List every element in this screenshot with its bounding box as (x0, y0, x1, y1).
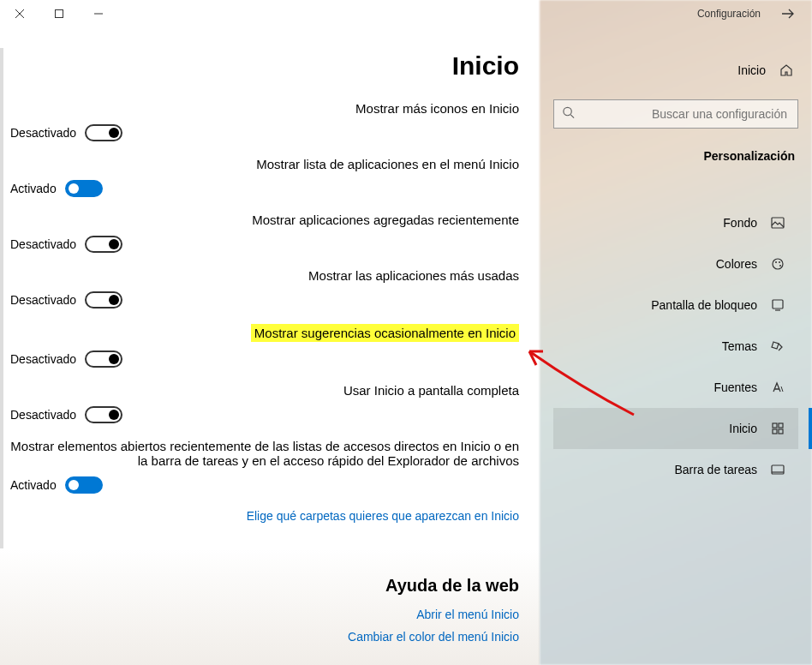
svg-point-5 (779, 261, 780, 263)
close-button[interactable] (0, 0, 39, 27)
home-icon (778, 63, 795, 77)
setting-label: Mostrar lista de aplicaciones en el menú… (10, 157, 519, 171)
toggle-state-label: Desactivado (10, 293, 76, 307)
window-controls (0, 0, 118, 27)
toggle-row: Desactivado (10, 236, 519, 253)
toggle-switch[interactable] (85, 124, 122, 141)
maximize-button[interactable] (39, 0, 79, 27)
sidebar-item-temas[interactable]: Temas (553, 326, 798, 367)
toggle-state-label: Desactivado (10, 126, 76, 140)
sidebar-item-label: Barra de tareas (675, 463, 758, 476)
svg-rect-0 (56, 10, 63, 18)
toggle-knob (69, 480, 79, 490)
toggle-row: Desactivado (10, 406, 519, 423)
settings-list: Mostrar más iconos en InicioDesactivadoM… (0, 101, 519, 644)
toggle-knob (109, 295, 119, 305)
sidebar-item-barra[interactable]: Barra de tareas (553, 449, 798, 490)
toggle-knob (109, 354, 119, 364)
sidebar-item-label: Colores (716, 257, 757, 271)
barra-icon (769, 463, 786, 476)
setting-6: Mostrar elementos abiertos recientemente… (10, 439, 519, 494)
setting-label: Mostrar elementos abiertos recientemente… (10, 439, 519, 468)
sidebar-item-label: Temas (722, 339, 757, 353)
category-header: Personalización (553, 149, 798, 163)
toggle-row: Desactivado (10, 350, 519, 368)
content-area: Inicio Mostrar más iconos en InicioDesac… (0, 27, 540, 665)
sidebar-item-bloqueo[interactable]: Pantalla de bloqueo (553, 285, 798, 326)
fondo-icon (769, 216, 786, 230)
sidebar-item-label: Fuentes (713, 380, 757, 394)
sidebar-item-fondo[interactable]: Fondo (553, 202, 798, 243)
toggle-row: Activado (10, 180, 519, 197)
sidebar-home-label: Inicio (737, 63, 766, 77)
fuentes-icon (769, 380, 786, 394)
toggle-row: Activado (10, 476, 519, 494)
help-link-0[interactable]: Abrir el menú Inicio (10, 608, 519, 621)
toggle-switch[interactable] (85, 236, 122, 253)
help-header: Ayuda de la web (10, 576, 519, 596)
titlebar: Configuración (0, 0, 812, 27)
svg-rect-10 (773, 429, 777, 434)
toggle-state-label: Desactivado (10, 237, 76, 251)
back-button[interactable] (774, 0, 802, 27)
svg-point-3 (773, 259, 783, 269)
svg-point-4 (775, 261, 777, 263)
toggle-knob (109, 128, 119, 138)
sidebar-item-label: Pantalla de bloqueo (651, 298, 757, 312)
page-title: Inicio (0, 51, 519, 81)
svg-rect-11 (779, 429, 783, 434)
svg-rect-2 (772, 218, 784, 228)
setting-4: Mostrar sugerencias ocasionalmente en In… (10, 324, 519, 368)
svg-point-1 (564, 107, 571, 115)
setting-label: Usar Inicio a pantalla completa (10, 383, 519, 398)
toggle-state-label: Desactivado (10, 352, 76, 366)
svg-rect-7 (773, 300, 783, 309)
toggle-row: Desactivado (10, 124, 519, 141)
toggle-state-label: Desactivado (10, 408, 76, 422)
help-link-1[interactable]: Cambiar el color del menú Inicio (10, 630, 519, 644)
toggle-state-label: Activado (10, 478, 57, 492)
toggle-switch[interactable] (65, 476, 103, 494)
setting-label: Mostrar más iconos en Inicio (10, 101, 519, 116)
toggle-switch[interactable] (85, 291, 122, 309)
sidebar-item-colores[interactable]: Colores (553, 243, 798, 285)
setting-3: Mostrar las aplicaciones más usadasDesac… (10, 268, 519, 309)
sidebar-home[interactable]: Inicio (540, 51, 812, 89)
maximize-icon (55, 9, 63, 18)
sidebar: Inicio Personalización FondoColoresPanta… (540, 27, 812, 665)
sidebar-item-inicio[interactable]: Inicio (553, 408, 798, 449)
minimize-icon (94, 9, 103, 18)
search-wrap (553, 99, 798, 129)
window-title: Configuración (697, 8, 761, 20)
toggle-switch[interactable] (85, 350, 122, 368)
search-icon (562, 106, 575, 123)
toggle-knob (109, 239, 119, 249)
toggle-switch[interactable] (65, 180, 103, 197)
toggle-knob (69, 183, 79, 194)
nav-list: FondoColoresPantalla de bloqueoTemasFuen… (553, 202, 798, 490)
sidebar-item-label: Fondo (723, 216, 757, 230)
choose-folders-link[interactable]: Elige qué carpetas quieres que aparezcan… (10, 509, 519, 523)
svg-rect-9 (779, 423, 783, 428)
sidebar-item-label: Inicio (729, 422, 757, 435)
setting-0: Mostrar más iconos en InicioDesactivado (10, 101, 519, 141)
setting-1: Mostrar lista de aplicaciones en el menú… (10, 157, 519, 197)
setting-5: Usar Inicio a pantalla completaDesactiva… (10, 383, 519, 423)
temas-icon (769, 339, 786, 353)
close-icon (15, 9, 24, 18)
arrow-back-icon (781, 7, 795, 21)
bloqueo-icon (769, 298, 786, 312)
sidebar-item-fuentes[interactable]: Fuentes (553, 367, 798, 408)
toggle-switch[interactable] (85, 406, 122, 423)
toggle-row: Desactivado (10, 291, 519, 309)
toggle-state-label: Activado (10, 182, 57, 195)
search-input[interactable] (553, 99, 798, 129)
setting-2: Mostrar aplicaciones agregadas recientem… (10, 213, 519, 253)
colores-icon (769, 257, 786, 271)
minimize-button[interactable] (79, 0, 118, 27)
setting-label: Mostrar las aplicaciones más usadas (10, 268, 519, 283)
svg-point-6 (779, 265, 781, 267)
setting-label: Mostrar aplicaciones agregadas recientem… (10, 213, 519, 227)
svg-rect-8 (773, 423, 777, 428)
inicio-icon (769, 422, 786, 435)
